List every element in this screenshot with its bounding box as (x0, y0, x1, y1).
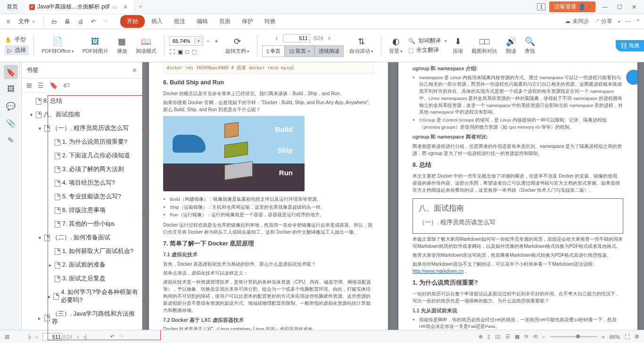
bookmark-twisty-icon[interactable]: ▸ (37, 316, 42, 321)
tab-document[interactable]: P Java中高级核…全面解析.pdf ▭ ✕ (25, 0, 135, 14)
bookmark-item[interactable]: 2. 下面这几点你必须知道 (24, 149, 141, 163)
fullscreen-icon[interactable]: ⛶ (625, 334, 630, 340)
guest-login-button[interactable]: 访客登录 👤 ▾ (549, 1, 595, 12)
bookmark-item[interactable]: ▾（二）. 如何准备面试 (24, 231, 141, 245)
dragdrop-promo[interactable]: ⛓拖拽 (616, 40, 644, 51)
next-page-icon[interactable]: › (77, 334, 79, 340)
hand-tool[interactable]: ✋手型 (5, 36, 29, 44)
menu-convert[interactable]: 转换 (260, 16, 281, 27)
file-menu[interactable]: 文件v (15, 16, 39, 27)
bookmark-item[interactable]: ▾（一）. 程序员简历该怎么写 (24, 122, 141, 135)
zoom-out-icon[interactable]: − (205, 37, 211, 45)
collapse-ribbon-icon[interactable]: ⌃ (636, 18, 640, 25)
menu-chevron[interactable]: ▾ (618, 19, 620, 24)
zoom-out-status-icon[interactable]: − (542, 334, 545, 340)
bookmark-item[interactable]: 3. 面试之后复盘 (24, 272, 141, 286)
window-count-icon[interactable]: 1 (537, 3, 545, 10)
minimize-button[interactable]: — (599, 2, 611, 12)
auto-scroll-button[interactable]: ⇅自动滚动▾ (347, 35, 376, 56)
signature-icon[interactable]: ✎ (4, 133, 18, 147)
bookmark-twisty-icon[interactable]: ▸ (47, 262, 53, 268)
fit-height-icon[interactable]: ⬚ (192, 49, 197, 55)
tab-close-icon[interactable]: ✕ (120, 3, 131, 11)
bookmark-item[interactable]: ▸4. 如何学习?学会各种框架有必要吗? (24, 286, 141, 307)
sidebar-toggle-icon[interactable]: ▥ (5, 334, 9, 340)
page-prev-icon[interactable]: ‹ (273, 34, 280, 42)
tab-home[interactable]: 首页 (0, 0, 25, 14)
prev-page-icon[interactable]: ‹ (36, 334, 38, 340)
menu-start[interactable]: 开始 (120, 15, 145, 28)
panel-close-icon[interactable]: ✕ (132, 67, 137, 74)
bookmark-item[interactable]: ▸2. 面试前的准备 (24, 258, 141, 272)
bookmark-twisty-icon[interactable]: ▾ (37, 235, 42, 240)
view-icon-3[interactable]: ☰ (505, 334, 510, 340)
bookmark-twisty-icon[interactable]: ▾ (37, 126, 42, 131)
forward-icon[interactable]: ↷ (119, 334, 124, 340)
actual-size-icon[interactable]: □ (186, 49, 189, 55)
bookmark-item[interactable]: 5. 专业技能该怎么写? (24, 190, 141, 204)
zoom-combo[interactable]: ▾ (169, 36, 203, 46)
rotate-button[interactable]: ⟳旋转文档▾ (223, 35, 252, 56)
fit-icon-1[interactable]: ⊕ (479, 334, 483, 340)
bookmark-item[interactable]: ▸（三）. Java学习路线和方法推荐 (24, 307, 141, 329)
status-page-input[interactable] (42, 333, 62, 341)
cloud-sync[interactable]: ☁ 未同步 (565, 17, 589, 25)
tab-add-button[interactable]: ＋ (135, 2, 146, 12)
zoom-in-status-icon[interactable]: + (602, 334, 605, 340)
dict-translate[interactable]: 🔍划词翻译▾ (408, 37, 447, 45)
page-next-icon[interactable]: › (326, 34, 332, 42)
view-icon-1[interactable]: ▯ (487, 334, 490, 340)
open-icon[interactable]: 🗁 (49, 16, 60, 27)
menu-protect[interactable]: 保护 (237, 16, 258, 27)
bookmark-item[interactable]: ▾八、面试指南 (24, 108, 141, 122)
menu-annotate[interactable]: 批注 (169, 16, 190, 27)
find-button[interactable]: 🔍查找 (522, 35, 538, 56)
compress-button[interactable]: ⬇压缩 (450, 35, 466, 56)
bookmark-item[interactable]: 1. 为什么说简历很重要? (24, 135, 141, 149)
bookmark-twisty-icon[interactable]: ▸ (47, 294, 51, 299)
maximize-button[interactable]: ☐ (614, 2, 625, 12)
rotate-ccw-icon[interactable]: ⟲ (533, 334, 537, 340)
comment-icon[interactable]: 💬 (4, 99, 18, 113)
last-page-icon[interactable]: ›| (83, 334, 87, 340)
share-button[interactable]: ↗ 分享 (594, 17, 612, 25)
rotate-cw-icon[interactable]: ⟳ (524, 334, 528, 340)
undo-icon[interactable]: ↶ (88, 16, 99, 27)
markdown-link[interactable]: http://www.markdown.cn (413, 269, 463, 274)
settings-icon[interactable]: ⚙ (635, 334, 639, 340)
translate-floating-icon[interactable]: 🌐 (626, 70, 637, 85)
fit-width-icon[interactable]: ⛶ (169, 49, 175, 55)
save-icon[interactable]: 🖶 (62, 16, 73, 27)
pdf-to-image-button[interactable]: 🖼PDF转图片 (80, 36, 111, 56)
full-translate[interactable]: ⬚全文翻译 (408, 46, 447, 54)
bookmark-icon[interactable]: 🔖 (4, 65, 18, 79)
play-button[interactable]: ▦播放 (114, 35, 130, 56)
continuous-button[interactable]: 连续阅读 (314, 45, 344, 57)
read-mode-button[interactable]: 📖阅读模式 (133, 35, 159, 56)
bookmark-item[interactable]: 6. 排版注意事项 (24, 204, 141, 217)
tab-popout-icon[interactable]: ▭ (109, 3, 120, 11)
bookmark-item[interactable]: 8. 总结 (24, 94, 141, 108)
print-icon[interactable]: 🖨 (75, 16, 86, 27)
bookmark-item[interactable]: 3. 必须了解的两大法则 (24, 163, 141, 176)
menu-page[interactable]: 页面 (215, 16, 235, 27)
view-icon-2[interactable]: ▯▯ (495, 334, 501, 340)
bm-bookmarksolid-icon[interactable]: 🔖 (50, 82, 58, 89)
view-icon-4[interactable]: ▦ (515, 334, 520, 340)
first-page-icon[interactable]: |‹ (28, 334, 32, 340)
bookmark-item[interactable]: 7. 其他的一些小tips (24, 217, 141, 231)
bm-bookmarkoutline-icon[interactable]: 🏷 (63, 82, 70, 89)
bm-new-icon[interactable]: ⊞ (26, 82, 32, 89)
pdf-to-office-button[interactable]: 📄PDF转Office▾ (39, 35, 77, 56)
document-viewport[interactable]: docker rmi f6509bac4980 # 或者 docker rmim… (142, 62, 644, 330)
single-page-button[interactable]: ▯单页 (262, 45, 285, 57)
more-menu-icon[interactable]: ⋯ (625, 18, 631, 25)
thumbnail-icon[interactable]: 🖼 (4, 82, 18, 96)
hamburger-icon[interactable]: ≡ (4, 16, 13, 27)
bookmark-item[interactable]: 4. 项目经历怎么写? (24, 176, 141, 190)
page-input[interactable] (283, 34, 310, 42)
bm-expand-icon[interactable]: ☰ (38, 82, 44, 89)
redo-icon[interactable]: ↷ (100, 16, 111, 27)
zoom-slider[interactable] (550, 336, 597, 337)
menu-edit[interactable]: 编辑 (192, 16, 213, 27)
